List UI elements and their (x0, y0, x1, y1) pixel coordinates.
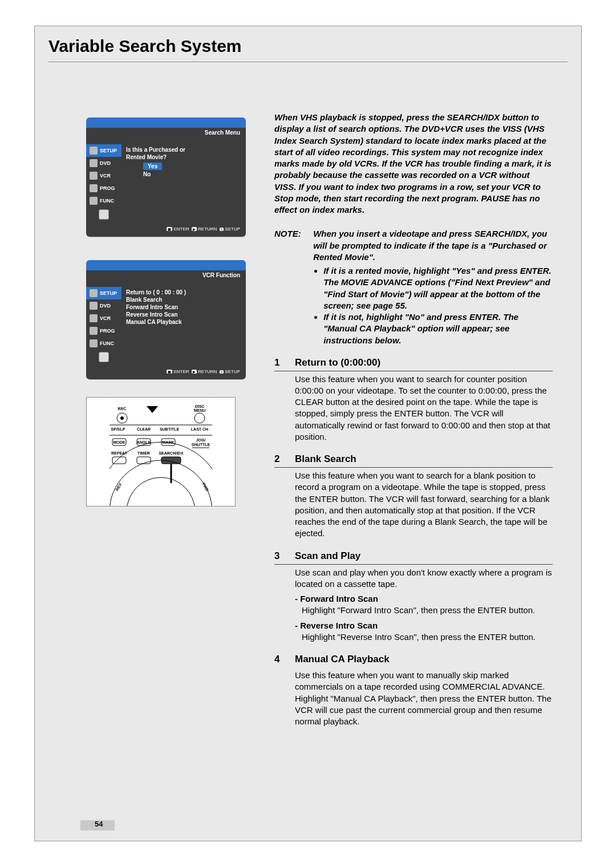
svg-point-13 (110, 460, 212, 506)
remote-label: SP/SLP (111, 427, 125, 431)
osd-footer: ▦ENTER ▶RETURN ≡SETUP (86, 368, 246, 379)
section-body: Use scan and play when you don't know ex… (274, 565, 553, 590)
section-return-to: 1Return to (0:00:00) Use this feature wh… (274, 356, 553, 443)
osd-tab-func: FUNC (86, 195, 121, 207)
svg-point-2 (194, 413, 205, 423)
remote-label: MENU (194, 408, 206, 412)
osd-tab-prog: PROG (86, 182, 121, 195)
note-lead: When you insert a videotape and press SE… (313, 229, 547, 262)
osd-text: Rented Movie? (126, 154, 241, 160)
osd-tab-dvd: DVD (86, 299, 121, 312)
osd-option-yes: Yes (143, 163, 162, 170)
gear-icon (90, 289, 98, 297)
osd-top-bar (86, 260, 246, 270)
osd-tab-vcr: VCR (86, 312, 121, 325)
page-title: Variable Search System (48, 37, 242, 56)
section-manual-ca-playback: 4Manual CA Playback Use this feature whe… (274, 653, 553, 727)
osd-tab-func: FUNC (86, 337, 121, 350)
remote-label: MODE (114, 440, 125, 444)
remote-label: SHUTTLE (192, 443, 210, 447)
sub-body: Highlight "Reverse Intro Scan", then pre… (295, 632, 536, 642)
joypad-icon (99, 209, 109, 220)
remote-label: ANGLE (137, 440, 151, 444)
note-block: NOTE: When you insert a videotape and pr… (274, 228, 553, 346)
svg-point-1 (120, 416, 124, 420)
section-blank-search: 2Blank Search Use this feature when you … (274, 453, 553, 539)
sub-title: - Forward Intro Scan (295, 594, 378, 603)
remote-label: SEARCH/IDX (159, 451, 184, 455)
section-title: Manual CA Playback (295, 654, 390, 665)
gear-icon (90, 147, 98, 155)
svg-rect-10 (137, 457, 151, 464)
osd-item: Manual CA Playback (126, 319, 241, 325)
sub-body: Highlight "Forward Intro Scan", then pre… (295, 605, 535, 615)
note-label: NOTE: (274, 228, 311, 240)
remote-label: TIMER (137, 451, 150, 455)
osd-tab-setup: SETUP (86, 287, 121, 299)
osd-item: Return to ( 0 : 00 : 00 ) (126, 289, 241, 295)
section-title: Blank Search (295, 453, 356, 464)
section-number: 3 (274, 550, 295, 563)
remote-label: REV (115, 482, 122, 491)
title-rule (48, 62, 568, 62)
osd-top-bar (86, 118, 246, 128)
section-number: 2 (274, 453, 295, 466)
osd-item: Blank Search (126, 297, 241, 303)
note-bullet: If it is not, highlight "No" and press E… (323, 311, 552, 346)
osd-content: Is this a Purchased or Rented Movie? Yes… (121, 141, 246, 225)
section-body: Use this feature when you want to search… (274, 371, 553, 443)
disc-icon (90, 302, 98, 310)
osd-sidebar: SETUP DVD VCR PROG FUNC (86, 141, 121, 225)
osd-option-no: No (143, 171, 151, 177)
clock-icon (90, 184, 98, 192)
section-body: Use this feature when you want to search… (274, 468, 553, 540)
osd-item: Forward Intro Scan (126, 304, 241, 310)
osd-screen-search-menu: Search Menu SETUP DVD VCR PROG FUNC Is t… (86, 118, 246, 237)
joypad-icon (99, 352, 109, 362)
sub-title: - Reverse Intro Scan (295, 621, 378, 630)
remote-control-diagram: REC DISC MENU SP/SLP CLEAR SUBTITLE LAST… (86, 397, 236, 507)
section-number: 4 (274, 653, 295, 666)
clock-icon (90, 327, 98, 335)
cassette-icon (90, 314, 98, 322)
section-scan-and-play: 3Scan and Play Use scan and play when yo… (274, 550, 553, 643)
osd-tab-setup: SETUP (86, 144, 121, 157)
osd-tab-vcr: VCR (86, 169, 121, 182)
osd-content: Return to ( 0 : 00 : 00 ) Blank Search F… (121, 283, 246, 368)
section-number: 1 (274, 356, 295, 370)
remote-label: DISC (195, 404, 205, 408)
remote-label: LAST CH (191, 427, 208, 431)
note-bullet: If it is a rented movie, highlight "Yes"… (323, 265, 552, 311)
remote-label: CLEAR (137, 427, 151, 431)
osd-footer: ▦ENTER ▶RETURN ≡SETUP (86, 225, 246, 237)
remote-label: SUBTITLE (160, 427, 180, 431)
osd-screen-vcr-function: VCR Function SETUP DVD VCR PROG FUNC Ret… (86, 260, 246, 380)
remote-label: REC (118, 407, 127, 411)
disc-icon (90, 159, 98, 167)
remote-label: FWD (201, 482, 209, 492)
section-title: Return to (0:00:00) (295, 357, 380, 368)
osd-tab-prog: PROG (86, 325, 121, 337)
svg-point-14 (127, 477, 195, 506)
grid-icon (90, 197, 98, 205)
osd-header: VCR Function (86, 270, 246, 283)
section-body: Use this feature when you want to manual… (274, 667, 553, 727)
osd-text: Is this a Purchased or (126, 147, 241, 153)
intro-paragraph: When VHS playback is stopped, press the … (274, 112, 553, 216)
osd-tab-dvd: DVD (86, 157, 121, 169)
grid-icon (90, 339, 98, 347)
osd-sidebar: SETUP DVD VCR PROG FUNC (86, 283, 121, 368)
section-title: Scan and Play (295, 550, 360, 561)
osd-header: Search Menu (86, 128, 246, 141)
remote-label: JOG/ (196, 438, 206, 442)
osd-item: Reverse Intro Scan (126, 311, 241, 318)
cassette-icon (90, 172, 98, 180)
page-number: 54 (95, 820, 103, 828)
